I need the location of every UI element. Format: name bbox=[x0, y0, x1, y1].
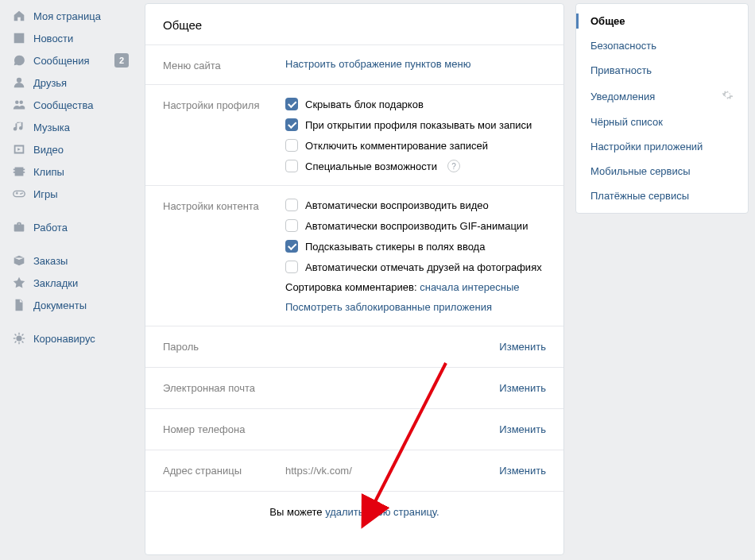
site-menu-label: Меню сайта bbox=[163, 58, 273, 71]
nav-item-virus[interactable]: Коронавирус bbox=[6, 327, 134, 350]
music-icon bbox=[11, 119, 27, 135]
svg-point-0 bbox=[16, 335, 21, 341]
nav-item-star[interactable]: Закладки bbox=[6, 272, 134, 294]
content-opt-1-label: Автоматически воспроизводить GIF-анимаци… bbox=[305, 220, 528, 232]
side-item-label: Мобильные сервисы bbox=[590, 165, 691, 177]
nav-item-group[interactable]: Сообщества bbox=[6, 94, 134, 116]
home-icon bbox=[11, 8, 27, 24]
phone-change-link[interactable]: Изменить bbox=[499, 423, 546, 435]
profile-opt-0-label: Скрывать блок подарков bbox=[305, 98, 424, 110]
profile-settings-row: Настройки профиля Скрывать блок подарков… bbox=[145, 85, 563, 185]
site-menu-row: Меню сайта Настроить отображение пунктов… bbox=[145, 45, 563, 84]
content-opt-2-line: Подсказывать стикеры в полях ввода bbox=[285, 240, 546, 253]
side-item-label: Платёжные сервисы bbox=[590, 190, 689, 202]
nav-label: Игры bbox=[33, 188, 129, 200]
profile-opt-1-line: При открытии профиля показывать мои запи… bbox=[285, 118, 546, 131]
user-icon bbox=[11, 75, 27, 91]
nav-item-music[interactable]: Музыка bbox=[6, 116, 134, 138]
nav-item-box[interactable]: Заказы bbox=[6, 249, 134, 272]
email-label: Электронная почта bbox=[163, 382, 273, 394]
nav-item-chat[interactable]: Сообщения2 bbox=[6, 49, 134, 71]
email-row: Электронная почта Изменить bbox=[145, 368, 563, 408]
side-item-4[interactable]: Чёрный список bbox=[576, 110, 748, 134]
delete-page-link[interactable]: удалить свою страницу. bbox=[325, 506, 439, 518]
content-opt-0-line: Автоматически воспроизводить видео bbox=[285, 199, 546, 211]
nav-label: Коронавирус bbox=[33, 333, 129, 345]
side-item-label: Безопасность bbox=[590, 40, 656, 52]
gamepad-icon bbox=[11, 186, 27, 202]
address-change-link[interactable]: Изменить bbox=[499, 465, 546, 477]
nav-item-briefcase[interactable]: Работа bbox=[6, 216, 134, 238]
nav-label: Музыка bbox=[33, 122, 129, 133]
nav-item-doc[interactable]: Документы bbox=[6, 294, 134, 316]
nav-label: Работа bbox=[33, 222, 129, 234]
profile-opt-3-label: Специальные возможности bbox=[305, 160, 437, 172]
left-nav: Моя страницаНовостиСообщения2ДрузьяСообщ… bbox=[6, 0, 134, 560]
password-row: Пароль Изменить bbox=[145, 326, 563, 367]
nav-label: Закладки bbox=[33, 277, 129, 289]
side-item-7[interactable]: Платёжные сервисы bbox=[576, 183, 748, 208]
content-opt-3-checkbox[interactable] bbox=[285, 261, 298, 273]
nav-label: Новости bbox=[33, 33, 129, 44]
newspaper-icon bbox=[11, 30, 27, 46]
gear-icon[interactable] bbox=[722, 89, 734, 103]
profile-settings-label: Настройки профиля bbox=[163, 98, 273, 111]
doc-icon bbox=[11, 297, 27, 313]
side-item-2[interactable]: Приватность bbox=[576, 58, 748, 83]
profile-opt-3-line: Специальные возможности? bbox=[285, 160, 546, 172]
star-icon bbox=[11, 275, 27, 291]
profile-opt-2-checkbox[interactable] bbox=[285, 139, 298, 152]
profile-opt-0-checkbox[interactable] bbox=[285, 98, 298, 110]
side-item-1[interactable]: Безопасность bbox=[576, 33, 748, 58]
side-item-label: Приватность bbox=[590, 64, 652, 76]
side-item-5[interactable]: Настройки приложений bbox=[576, 134, 748, 159]
comment-sort-link[interactable]: сначала интересные bbox=[420, 281, 519, 293]
email-change-link[interactable]: Изменить bbox=[499, 382, 546, 394]
group-icon bbox=[11, 97, 27, 113]
nav-item-video[interactable]: Видео bbox=[6, 138, 134, 160]
help-icon[interactable]: ? bbox=[447, 160, 460, 172]
svg-line-6 bbox=[22, 342, 24, 343]
side-item-0[interactable]: Общее bbox=[576, 9, 748, 33]
address-value: https://vk.com/ bbox=[285, 465, 486, 477]
address-label: Адрес страницы bbox=[163, 465, 273, 477]
configure-menu-link[interactable]: Настроить отображение пунктов меню bbox=[285, 58, 470, 70]
clips-icon bbox=[11, 164, 27, 180]
side-item-label: Общее bbox=[590, 15, 625, 27]
settings-sidebar: ОбщееБезопасностьПриватностьУведомленияЧ… bbox=[575, 3, 749, 560]
blocked-apps-link[interactable]: Посмотреть заблокированные приложения bbox=[285, 301, 492, 313]
content-opt-0-checkbox[interactable] bbox=[285, 199, 298, 211]
nav-label: Друзья bbox=[33, 77, 129, 89]
svg-line-7 bbox=[22, 334, 24, 336]
nav-item-gamepad[interactable]: Игры bbox=[6, 183, 134, 205]
virus-icon bbox=[11, 330, 27, 346]
nav-item-newspaper[interactable]: Новости bbox=[6, 27, 134, 49]
comment-sort-prefix: Сортировка комментариев: bbox=[285, 281, 420, 293]
nav-label: Сообщества bbox=[33, 99, 129, 111]
content-settings-label: Настройки контента bbox=[163, 199, 273, 212]
profile-opt-1-label: При открытии профиля показывать мои запи… bbox=[305, 119, 532, 131]
nav-item-home[interactable]: Моя страница bbox=[6, 5, 134, 27]
content-settings-row: Настройки контента Автоматически воспрои… bbox=[145, 186, 563, 326]
content-opt-1-line: Автоматически воспроизводить GIF-анимаци… bbox=[285, 219, 546, 232]
profile-opt-1-checkbox[interactable] bbox=[285, 118, 298, 131]
nav-label: Заказы bbox=[33, 255, 129, 267]
nav-label: Документы bbox=[33, 299, 129, 311]
content-opt-1-checkbox[interactable] bbox=[285, 219, 298, 232]
side-item-3[interactable]: Уведомления bbox=[576, 83, 748, 110]
svg-line-8 bbox=[15, 342, 17, 343]
profile-opt-3-checkbox[interactable] bbox=[285, 160, 298, 172]
content-opt-3-line: Автоматически отмечать друзей на фотогра… bbox=[285, 261, 546, 273]
phone-row: Номер телефона Изменить bbox=[145, 409, 563, 450]
content-opt-2-checkbox[interactable] bbox=[285, 240, 298, 253]
phone-label: Номер телефона bbox=[163, 423, 273, 435]
chat-icon bbox=[11, 52, 27, 68]
profile-opt-2-line: Отключить комментирование записей bbox=[285, 139, 546, 152]
profile-opt-2-label: Отключить комментирование записей bbox=[305, 140, 488, 152]
briefcase-icon bbox=[11, 219, 27, 235]
nav-item-clips[interactable]: Клипы bbox=[6, 160, 134, 183]
password-change-link[interactable]: Изменить bbox=[499, 341, 546, 353]
side-item-6[interactable]: Мобильные сервисы bbox=[576, 159, 748, 183]
nav-badge: 2 bbox=[114, 53, 129, 68]
nav-item-user[interactable]: Друзья bbox=[6, 71, 134, 94]
